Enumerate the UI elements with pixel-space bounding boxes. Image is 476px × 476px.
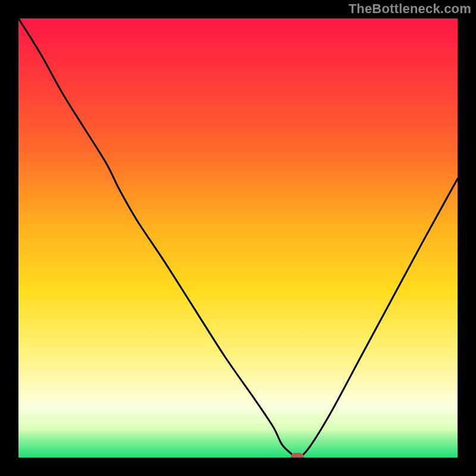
chart-frame: TheBottleneck.com — [0, 0, 476, 476]
optimum-marker — [291, 453, 304, 458]
chart-svg — [18, 18, 458, 458]
attribution-label: TheBottleneck.com — [349, 1, 471, 17]
chart-background — [18, 18, 458, 458]
chart-plot — [18, 18, 458, 458]
